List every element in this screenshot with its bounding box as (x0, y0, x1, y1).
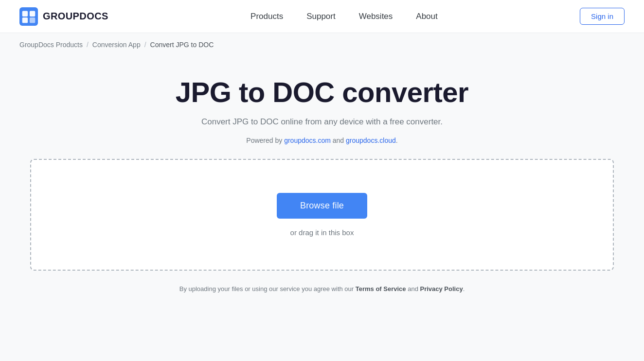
breadcrumb-sep-1: / (87, 41, 89, 49)
breadcrumb-conversion-app[interactable]: Conversion App (92, 41, 141, 49)
main-nav: Products Support Websites About (250, 12, 438, 21)
svg-rect-0 (19, 7, 38, 26)
powered-by-prefix: Powered by (246, 137, 284, 144)
powered-by-middle: and (331, 137, 346, 144)
sign-in-button[interactable]: Sign in (580, 8, 625, 25)
drop-zone[interactable]: Browse file or drag it in this box (30, 159, 614, 271)
nav-websites[interactable]: Websites (359, 12, 393, 21)
tos-link[interactable]: Terms of Service (356, 285, 406, 292)
page-title: JPG to DOC converter (176, 76, 468, 108)
logo[interactable]: GROUPDOCS (19, 7, 108, 26)
footer-suffix: . (463, 285, 465, 292)
nav-support[interactable]: Support (306, 12, 336, 21)
page-subtitle: Convert JPG to DOC online from any devic… (201, 117, 443, 127)
breadcrumb-sep-2: / (144, 41, 146, 49)
main-content: JPG to DOC converter Convert JPG to DOC … (0, 56, 644, 307)
svg-rect-3 (22, 17, 28, 22)
footer-note: By uploading your files or using our ser… (179, 285, 465, 292)
footer-middle: and (406, 285, 420, 292)
privacy-link[interactable]: Privacy Policy (420, 285, 463, 292)
powered-by: Powered by groupdocs.com and groupdocs.c… (246, 137, 397, 144)
header: GROUPDOCS Products Support Websites Abou… (0, 0, 644, 33)
browse-file-button[interactable]: Browse file (277, 193, 367, 219)
breadcrumb-groupdocs-products[interactable]: GroupDocs Products (19, 41, 83, 49)
svg-rect-1 (22, 11, 28, 16)
groupdocs-com-link[interactable]: groupdocs.com (284, 137, 331, 144)
breadcrumb-current: Convert JPG to DOC (150, 41, 214, 49)
svg-rect-2 (30, 11, 35, 16)
footer-prefix: By uploading your files or using our ser… (179, 285, 356, 292)
logo-text: GROUPDOCS (43, 11, 108, 22)
groupdocs-logo-icon (19, 7, 38, 26)
svg-rect-4 (30, 17, 35, 22)
nav-products[interactable]: Products (250, 12, 283, 21)
nav-about[interactable]: About (416, 12, 437, 21)
groupdocs-cloud-link[interactable]: groupdocs.cloud (346, 137, 396, 144)
breadcrumb: GroupDocs Products / Conversion App / Co… (0, 33, 644, 56)
powered-by-suffix: . (396, 137, 398, 144)
drag-hint: or drag it in this box (290, 228, 354, 237)
